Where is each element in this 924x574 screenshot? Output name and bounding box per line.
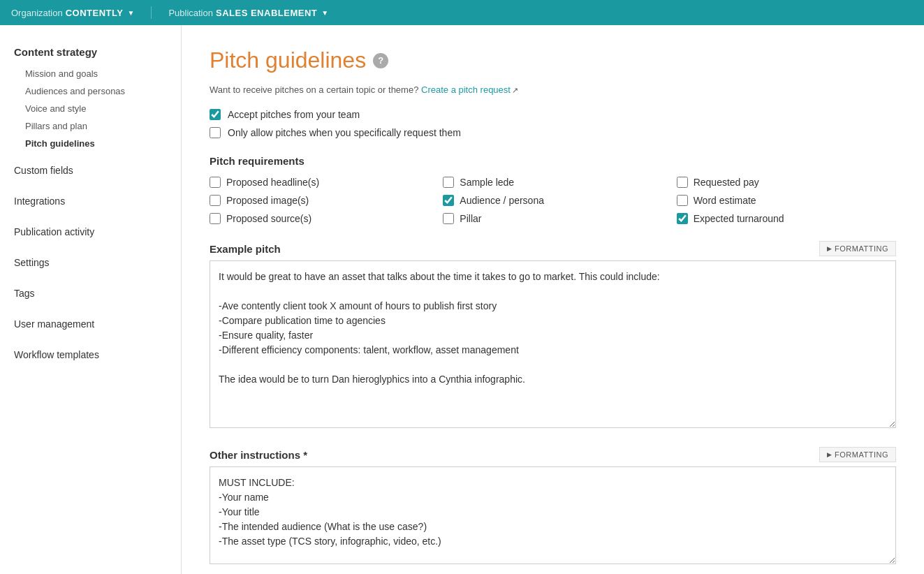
sidebar-item-mission[interactable]: Mission and goals [0, 65, 181, 82]
sidebar-item-voice[interactable]: Voice and style [0, 100, 181, 117]
sidebar: Content strategy Mission and goals Audie… [0, 25, 182, 574]
other-formatting-arrow-icon: ▶ [827, 451, 833, 458]
req-pillar-label[interactable]: Pillar [460, 213, 481, 224]
req-proposed-headline-checkbox[interactable] [210, 177, 221, 188]
example-pitch-label: Example pitch [210, 243, 281, 255]
req-proposed-images-label[interactable]: Proposed image(s) [226, 195, 309, 206]
other-instructions-textarea[interactable]: MUST INCLUDE: -Your name -Your title -Th… [210, 466, 896, 564]
create-pitch-request-link[interactable]: Create a pitch request [421, 84, 511, 95]
sidebar-item-publication-activity[interactable]: Publication activity [0, 219, 181, 244]
pub-name: SALES ENABLEMENT [216, 8, 317, 18]
page-title-area: Pitch guidelines ? [210, 47, 896, 73]
sidebar-item-pitch[interactable]: Pitch guidelines [0, 135, 181, 152]
req-audience-persona: Audience / persona [443, 195, 662, 206]
pub-selector[interactable]: Publication SALES ENABLEMENT ▼ [168, 8, 328, 18]
pitch-requirements-grid: Proposed headline(s) Sample lede Request… [210, 177, 896, 224]
req-audience-persona-label[interactable]: Audience / persona [460, 195, 544, 206]
help-icon[interactable]: ? [373, 53, 388, 68]
other-formatting-label: FORMATTING [835, 450, 888, 459]
org-label-prefix: Organization [11, 8, 63, 18]
req-proposed-headline-label[interactable]: Proposed headline(s) [226, 177, 319, 188]
req-pillar-checkbox[interactable] [443, 213, 454, 224]
sidebar-item-audiences[interactable]: Audiences and personas [0, 82, 181, 100]
req-word-estimate-label[interactable]: Word estimate [694, 195, 756, 206]
req-proposed-sources: Proposed source(s) [210, 213, 429, 224]
example-pitch-textarea[interactable]: It would be great to have an asset that … [210, 260, 896, 428]
req-proposed-headline: Proposed headline(s) [210, 177, 429, 188]
example-pitch-header: Example pitch ▶ FORMATTING [210, 241, 896, 256]
req-sample-lede-checkbox[interactable] [443, 177, 454, 188]
req-proposed-images-checkbox[interactable] [210, 195, 221, 206]
req-sample-lede-label[interactable]: Sample lede [460, 177, 514, 188]
sidebar-item-settings[interactable]: Settings [0, 250, 181, 275]
org-name: CONTENTLY [66, 8, 124, 18]
top-bar-divider [151, 6, 152, 19]
example-pitch-formatting-button[interactable]: ▶ FORMATTING [819, 241, 896, 256]
req-expected-turnaround: Expected turnaround [677, 213, 896, 224]
org-chevron-icon: ▼ [127, 9, 134, 17]
top-navigation-bar: Organization CONTENTLY ▼ Publication SAL… [0, 0, 924, 25]
pub-chevron-icon: ▼ [321, 9, 328, 17]
sidebar-item-user-management[interactable]: User management [0, 311, 181, 337]
accept-pitches-label[interactable]: Accept pitches from your team [228, 109, 360, 120]
main-layout: Content strategy Mission and goals Audie… [0, 25, 924, 574]
req-word-estimate-checkbox[interactable] [677, 195, 688, 206]
req-requested-pay: Requested pay [677, 177, 896, 188]
sidebar-item-pillars[interactable]: Pillars and plan [0, 117, 181, 135]
other-instructions-header: Other instructions * ▶ FORMATTING [210, 447, 896, 462]
req-sample-lede: Sample lede [443, 177, 662, 188]
pub-label-prefix: Publication [168, 8, 213, 18]
pitch-requirements-heading: Pitch requirements [210, 155, 896, 167]
other-instructions-formatting-button[interactable]: ▶ FORMATTING [819, 447, 896, 462]
other-instructions-label: Other instructions * [210, 449, 307, 461]
req-word-estimate: Word estimate [677, 195, 896, 206]
req-pillar: Pillar [443, 213, 662, 224]
req-expected-turnaround-label[interactable]: Expected turnaround [694, 213, 784, 224]
req-proposed-images: Proposed image(s) [210, 195, 429, 206]
only-allow-checkbox[interactable] [210, 127, 221, 138]
formatting-arrow-icon: ▶ [827, 245, 833, 252]
req-expected-turnaround-checkbox[interactable] [677, 213, 688, 224]
sidebar-item-tags[interactable]: Tags [0, 281, 181, 306]
pitch-request-line: Want to receive pitches on a certain top… [210, 84, 896, 95]
accept-pitches-row: Accept pitches from your team [210, 109, 896, 120]
sidebar-item-custom-fields[interactable]: Custom fields [0, 158, 181, 183]
page-title: Pitch guidelines [210, 47, 366, 73]
req-proposed-sources-checkbox[interactable] [210, 213, 221, 224]
accept-pitches-checkbox[interactable] [210, 109, 221, 120]
only-allow-row: Only allow pitches when you specifically… [210, 127, 896, 138]
external-link-icon: ↗ [512, 86, 518, 94]
formatting-label: FORMATTING [835, 244, 888, 253]
req-requested-pay-label[interactable]: Requested pay [694, 177, 759, 188]
sidebar-item-integrations[interactable]: Integrations [0, 189, 181, 214]
org-selector[interactable]: Organization CONTENTLY ▼ [11, 8, 134, 18]
main-content: Pitch guidelines ? Want to receive pitch… [182, 25, 924, 574]
only-allow-label[interactable]: Only allow pitches when you specifically… [228, 127, 461, 138]
req-audience-persona-checkbox[interactable] [443, 195, 454, 206]
content-strategy-section: Content strategy [0, 42, 181, 62]
req-requested-pay-checkbox[interactable] [677, 177, 688, 188]
sidebar-item-workflow-templates[interactable]: Workflow templates [0, 342, 181, 367]
pitch-request-text: Want to receive pitches on a certain top… [210, 84, 418, 95]
req-proposed-sources-label[interactable]: Proposed source(s) [226, 213, 311, 224]
